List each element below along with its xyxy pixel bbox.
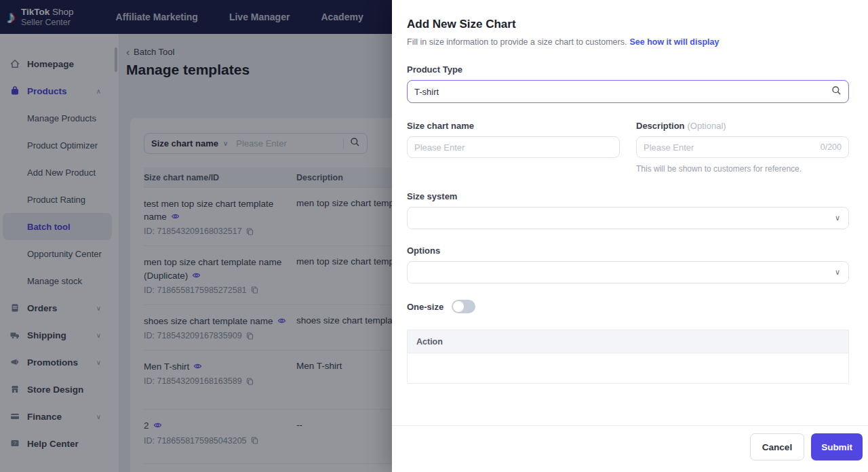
description-helper-text: This will be shown to customers for refe… bbox=[636, 164, 849, 174]
see-display-link[interactable]: See how it will display bbox=[629, 37, 719, 47]
size-chart-name-field bbox=[407, 136, 620, 158]
app-root: ♪ TikTok Shop Seller Center Affiliate Ma… bbox=[0, 0, 868, 472]
cancel-button[interactable]: Cancel bbox=[750, 433, 804, 460]
one-size-toggle[interactable] bbox=[452, 300, 475, 313]
one-size-label: One-size bbox=[407, 302, 443, 312]
action-table: Action bbox=[407, 330, 849, 384]
description-optional-label: (Optional) bbox=[688, 121, 726, 131]
size-chart-name-input[interactable] bbox=[414, 142, 612, 153]
options-label: Options bbox=[407, 245, 849, 256]
drawer-title: Add New Size Chart bbox=[407, 18, 849, 31]
action-column-header: Action bbox=[408, 330, 848, 353]
product-type-field bbox=[407, 80, 849, 103]
product-type-input[interactable] bbox=[414, 87, 831, 97]
drawer-subtitle: Fill in size information to provide a si… bbox=[407, 37, 627, 47]
size-system-select[interactable]: ∨ bbox=[407, 207, 849, 229]
description-label: Description bbox=[636, 121, 685, 131]
submit-button[interactable]: Submit bbox=[811, 433, 863, 460]
search-icon[interactable] bbox=[831, 85, 842, 98]
options-select[interactable]: ∨ bbox=[407, 261, 849, 283]
chevron-down-icon: ∨ bbox=[835, 268, 840, 277]
drawer-footer: Cancel Submit bbox=[392, 425, 868, 472]
description-input[interactable] bbox=[644, 142, 815, 153]
product-type-label: Product Type bbox=[407, 64, 849, 75]
add-size-chart-drawer: Add New Size Chart Fill in size informat… bbox=[392, 0, 868, 472]
size-system-label: Size system bbox=[407, 191, 849, 201]
chevron-down-icon: ∨ bbox=[835, 214, 840, 222]
char-counter: 0/200 bbox=[821, 142, 842, 152]
description-field: 0/200 bbox=[636, 136, 849, 158]
action-table-empty-row bbox=[408, 353, 848, 383]
size-chart-name-label: Size chart name bbox=[407, 121, 620, 131]
